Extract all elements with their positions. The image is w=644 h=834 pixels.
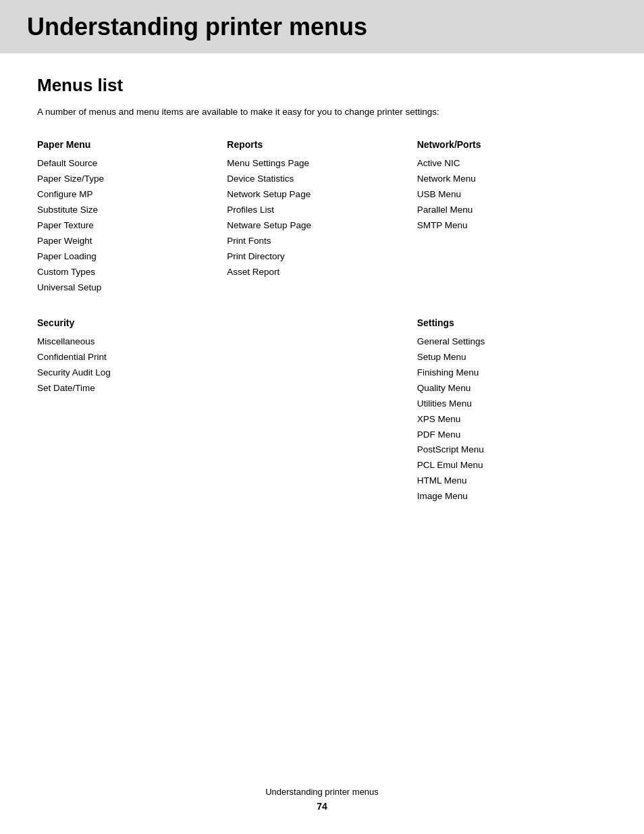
paper-menu-item: Paper Weight: [37, 234, 213, 249]
paper-menu-item: Substitute Size: [37, 203, 213, 218]
settings-header: Settings: [417, 316, 593, 330]
settings-item: Quality Menu: [417, 381, 593, 396]
settings-item: Setup Menu: [417, 350, 593, 365]
reports-item: Profiles List: [227, 203, 403, 218]
network-ports-column: Network/Ports Active NIC Network Menu US…: [417, 138, 607, 295]
reports-item: Device Statistics: [227, 172, 403, 187]
settings-item: Image Menu: [417, 489, 593, 504]
paper-menu-item: Default Source: [37, 156, 213, 172]
reports-item: Menu Settings Page: [227, 156, 403, 172]
empty-spacer-column: [227, 316, 417, 504]
main-title: Understanding printer menus: [27, 12, 617, 41]
settings-item: Utilities Menu: [417, 396, 593, 412]
settings-item: PostScript Menu: [417, 442, 593, 458]
footer-text: Understanding printer menus: [0, 785, 644, 799]
security-item: Security Audit Log: [37, 365, 213, 381]
reports-item: Print Directory: [227, 249, 403, 265]
reports-item: Asset Report: [227, 265, 403, 280]
content-area: Menus list A number of menus and menu it…: [0, 72, 644, 504]
paper-menu-item: Custom Types: [37, 265, 213, 280]
page-wrapper: Understanding printer menus Menus list A…: [0, 0, 644, 834]
section-heading: Menus list: [37, 72, 607, 99]
security-item: Confidential Print: [37, 350, 213, 365]
settings-item: HTML Menu: [417, 473, 593, 489]
paper-menu-column: Paper Menu Default Source Paper Size/Typ…: [37, 138, 227, 295]
paper-menu-item: Configure MP: [37, 187, 213, 203]
network-ports-item: Active NIC: [417, 156, 593, 172]
reports-item: Network Setup Page: [227, 187, 403, 203]
reports-item: Netware Setup Page: [227, 218, 403, 234]
settings-item: Finishing Menu: [417, 365, 593, 381]
settings-item: General Settings: [417, 334, 593, 350]
network-ports-header: Network/Ports: [417, 138, 593, 152]
intro-text: A number of menus and menu items are ava…: [37, 105, 607, 119]
footer-page-number: 74: [0, 800, 644, 814]
footer: Understanding printer menus 74: [0, 785, 644, 814]
security-item: Set Date/Time: [37, 381, 213, 396]
reports-header: Reports: [227, 138, 403, 152]
title-bar: Understanding printer menus: [0, 0, 644, 53]
network-ports-item: SMTP Menu: [417, 218, 593, 234]
paper-menu-item: Paper Texture: [37, 218, 213, 234]
paper-menu-item: Paper Loading: [37, 249, 213, 265]
paper-menu-header: Paper Menu: [37, 138, 213, 152]
paper-menu-item: Universal Setup: [37, 280, 213, 296]
settings-item: PDF Menu: [417, 427, 593, 443]
reports-column: Reports Menu Settings Page Device Statis…: [227, 138, 417, 295]
network-ports-item: Parallel Menu: [417, 203, 593, 218]
reports-item: Print Fonts: [227, 234, 403, 249]
security-item: Miscellaneous: [37, 334, 213, 350]
security-column: Security Miscellaneous Confidential Prin…: [37, 316, 227, 504]
settings-item: XPS Menu: [417, 412, 593, 427]
settings-item: PCL Emul Menu: [417, 458, 593, 473]
top-columns: Paper Menu Default Source Paper Size/Typ…: [37, 138, 607, 295]
paper-menu-item: Paper Size/Type: [37, 172, 213, 187]
settings-column: Settings General Settings Setup Menu Fin…: [417, 316, 607, 504]
network-ports-item: USB Menu: [417, 187, 593, 203]
network-ports-item: Network Menu: [417, 172, 593, 187]
bottom-columns: Security Miscellaneous Confidential Prin…: [37, 316, 607, 504]
security-header: Security: [37, 316, 213, 330]
